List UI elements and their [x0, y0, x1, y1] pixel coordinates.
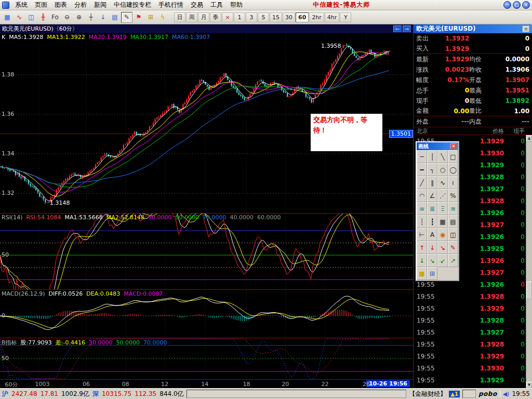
polyline-tool[interactable]: ┐: [427, 163, 437, 176]
oblique-line-tool[interactable]: ╲: [437, 150, 448, 163]
vertical-line-tool[interactable]: │: [427, 150, 437, 163]
table-icon[interactable]: ▤: [109, 12, 121, 23]
period-button-15[interactable]: 15: [270, 12, 282, 22]
timeshare-icon[interactable]: ◫: [25, 12, 37, 23]
menu-item[interactable]: 系统: [11, 0, 31, 10]
period-button-季[interactable]: 季: [210, 12, 221, 22]
horizontal-line-tool[interactable]: ━: [417, 163, 427, 176]
scroll-thumb[interactable]: [526, 282, 532, 299]
formula-icon[interactable]: Fo: [49, 12, 61, 23]
arrow-se-green-tool[interactable]: ↘: [427, 254, 437, 267]
golden-section-tool[interactable]: ≋: [448, 202, 458, 215]
period-button-Y[interactable]: Y: [340, 12, 351, 22]
arrow-se-red-tool[interactable]: ↘: [437, 241, 448, 254]
menu-item[interactable]: 手机行情: [155, 0, 187, 10]
ellipse-tool[interactable]: ◯: [448, 163, 458, 176]
menu-item[interactable]: 新闻: [90, 0, 110, 10]
kline-icon[interactable]: ╫: [37, 12, 49, 23]
speed-lines-tool[interactable]: Ξ: [437, 202, 448, 215]
period-button-周[interactable]: 周: [186, 12, 197, 22]
channel-tool[interactable]: ∥: [427, 176, 437, 189]
scroll-down-icon[interactable]: ▼: [526, 382, 532, 388]
vertical-grid-tool[interactable]: ┆: [417, 215, 427, 228]
period-button-日[interactable]: 日: [174, 12, 185, 22]
menu-item[interactable]: 中信建投专栏: [110, 0, 155, 10]
trend-chart-icon[interactable]: ∿: [14, 12, 25, 23]
menu-item[interactable]: 交易: [187, 0, 207, 10]
menu-item[interactable]: 帮助: [227, 0, 246, 10]
quote-restore-button[interactable]: ▫: [523, 26, 529, 32]
palette-close-icon[interactable]: ×: [450, 143, 457, 149]
arrow-down-green-tool[interactable]: ↓: [417, 254, 427, 267]
table-tool[interactable]: ⊞: [427, 267, 437, 280]
rectangle-tool[interactable]: □: [448, 150, 458, 163]
tick-row[interactable]: 19:551.39280: [414, 338, 532, 350]
minimize-button[interactable]: ─: [503, 1, 511, 9]
arrow-down-red-tool[interactable]: ↓: [427, 241, 437, 254]
menu-item[interactable]: 工具: [207, 0, 227, 10]
zoom-in-icon[interactable]: ⊕: [73, 12, 85, 23]
tick-row[interactable]: 19:551.39290: [414, 374, 532, 386]
arrow-sw-green-tool[interactable]: ↙: [437, 254, 448, 267]
gann-lines-tool[interactable]: ≣: [427, 202, 437, 215]
menu-item[interactable]: 页面: [31, 0, 51, 10]
pencil-red-tool[interactable]: ✎: [448, 241, 458, 254]
market-grid-icon[interactable]: ▦: [2, 12, 13, 23]
curve-tool[interactable]: ≀: [448, 176, 458, 189]
period-button-1[interactable]: 1: [234, 12, 245, 22]
period-button-60[interactable]: 60: [296, 12, 309, 22]
menu-item[interactable]: 图表: [51, 0, 71, 10]
zoom-out-icon[interactable]: ⊖: [61, 12, 73, 23]
palette-titlebar[interactable]: 画线 ×: [417, 142, 458, 150]
tick-row[interactable]: 19:551.39270: [414, 326, 532, 338]
period-button-2hr[interactable]: 2hr: [309, 12, 324, 22]
trend-line-tool[interactable]: ╱: [417, 176, 427, 189]
speaker-icon[interactable]: ◀): [503, 391, 510, 397]
fib-retracement-tool[interactable]: ≡: [417, 202, 427, 215]
period-button-×[interactable]: ×: [222, 12, 233, 22]
crosshair-icon[interactable]: ┼: [85, 12, 97, 23]
grid-tool[interactable]: ▦: [437, 215, 448, 228]
tick-row[interactable]: 19:551.39290: [414, 302, 532, 314]
period-button-5[interactable]: 5: [258, 12, 269, 22]
cycle-lines-tool[interactable]: ┇: [427, 215, 437, 228]
tick-row[interactable]: 19:551.39280: [414, 290, 532, 302]
tick-row[interactable]: 19:551.39290: [414, 350, 532, 362]
text-tool[interactable]: A: [427, 228, 437, 241]
period-button-3[interactable]: 3: [246, 12, 257, 22]
period-button-月[interactable]: 月: [198, 12, 209, 22]
blocks-icon[interactable]: ⊞: [145, 12, 156, 23]
rsi-chart[interactable]: [0, 214, 413, 289]
tick-scrollbar[interactable]: ▲ ▼: [526, 135, 532, 388]
highlight-tool[interactable]: ■: [417, 267, 427, 280]
export-icon[interactable]: ↓: [97, 12, 109, 23]
alert-badge[interactable]: ▲1: [449, 391, 460, 397]
draw-pen-icon[interactable]: ✎: [121, 12, 132, 23]
alarm-icon[interactable]: ⚑: [133, 12, 144, 23]
line-segment-tool[interactable]: ─: [417, 150, 427, 163]
scroll-up-icon[interactable]: ▲: [526, 135, 532, 141]
tick-row[interactable]: 19:551.39300: [414, 362, 532, 374]
color-wheel-tool[interactable]: ◉: [437, 228, 448, 241]
period-button-4hr[interactable]: 4hr: [325, 12, 340, 22]
restore-button[interactable]: □: [513, 1, 521, 9]
next-chart-button[interactable]: ⇒: [403, 25, 411, 32]
ruler-tool[interactable]: ⊢: [417, 228, 427, 241]
trade-annotation[interactable]: 交易方向不明，等待！: [311, 114, 382, 151]
menu-item[interactable]: 分析: [71, 0, 90, 10]
eraser-tool[interactable]: ◫: [448, 228, 458, 241]
period-button-30[interactable]: 30: [283, 12, 295, 22]
circle-tool[interactable]: ○: [437, 163, 448, 176]
wave-line-tool[interactable]: ∿: [437, 176, 448, 189]
regression-tool[interactable]: ▤: [448, 215, 458, 228]
gann-fan-tool[interactable]: ⋰: [437, 189, 448, 202]
arrow-ne-green-tool[interactable]: ↗: [448, 254, 458, 267]
lightning-icon[interactable]: ϟ: [157, 12, 168, 23]
tick-row[interactable]: 19:551.39280: [414, 314, 532, 326]
prev-chart-button[interactable]: ⇐: [393, 25, 402, 32]
arrow-up-red-tool[interactable]: ↑: [417, 241, 427, 254]
arc-tool[interactable]: ◠: [417, 189, 427, 202]
angle-tool[interactable]: ∠: [427, 189, 437, 202]
percent-line-tool[interactable]: %: [448, 189, 458, 202]
close-button[interactable]: ×: [522, 1, 530, 9]
